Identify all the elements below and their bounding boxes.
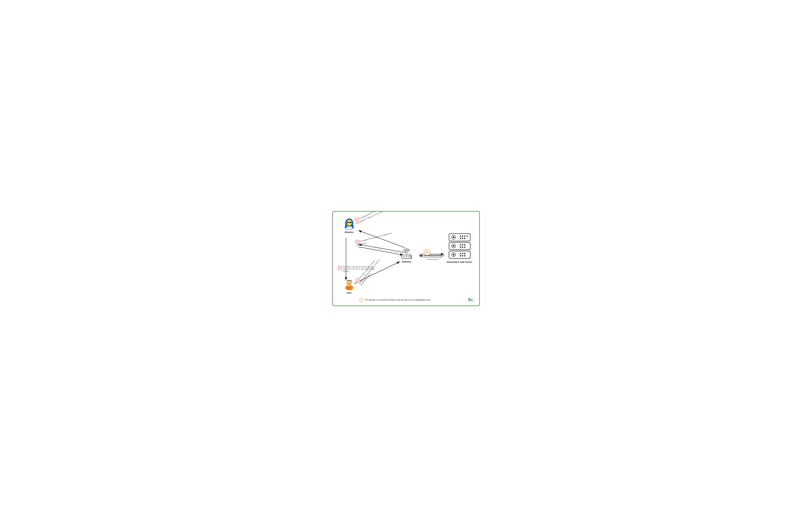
server-icon <box>447 233 472 259</box>
svg-point-17 <box>346 280 352 286</box>
svg-point-44 <box>462 247 463 248</box>
user-figure: User <box>343 279 356 294</box>
server-figure: Destination web Server <box>446 233 473 263</box>
step5-area: 5 The attacker is now placed between use… <box>359 298 431 302</box>
step5-text: The attacker is now placed between user … <box>365 298 431 301</box>
step5-circle: 5 <box>359 298 363 302</box>
svg-point-31 <box>462 235 463 237</box>
svg-point-49 <box>460 253 461 254</box>
svg-rect-11 <box>350 222 351 223</box>
svg-point-29 <box>453 236 455 238</box>
svg-point-54 <box>464 255 465 256</box>
diagram-container: Attacker User <box>332 211 480 306</box>
step3-area: 3 The attacker forward packets to the ga… <box>355 231 393 247</box>
step2-text: User make a request to a site but instea… <box>358 259 380 286</box>
svg-line-3 <box>358 247 403 255</box>
svg-point-20 <box>349 284 350 284</box>
svg-text:ƎG: ƎG <box>468 298 474 302</box>
svg-point-26 <box>410 256 411 258</box>
gateway-label: Gateway <box>397 260 416 263</box>
svg-point-51 <box>464 253 465 254</box>
svg-point-36 <box>466 235 468 237</box>
step1-area: 1 The attacker performs ARP poisoning to… <box>354 211 389 225</box>
svg-rect-10 <box>347 222 349 223</box>
svg-point-53 <box>462 255 463 256</box>
svg-point-43 <box>460 247 461 248</box>
hash-note: The gateway and the web server communica… <box>422 254 443 260</box>
svg-point-41 <box>462 244 463 246</box>
user-icon <box>344 279 355 290</box>
gateway-icon <box>398 246 415 259</box>
step4-circle: 4 <box>338 266 342 270</box>
attacker-label: Attacker <box>341 231 357 233</box>
svg-point-33 <box>460 238 461 239</box>
step3-text: The attacker forward packets to the gate… <box>356 232 392 246</box>
svg-point-48 <box>453 254 455 256</box>
user-label: User <box>343 291 356 294</box>
svg-point-39 <box>453 245 455 247</box>
hash-symbol: # <box>426 251 428 254</box>
gfg-logo-icon: ƎG <box>468 297 476 302</box>
svg-point-52 <box>460 255 461 256</box>
step1-text: The attacker performs ARP poisoning to t… <box>356 211 388 224</box>
svg-rect-15 <box>346 229 353 230</box>
svg-point-32 <box>464 235 465 237</box>
server-label: Destination web Server <box>446 261 473 263</box>
gateway-figure: Gateway <box>397 246 416 263</box>
svg-point-30 <box>460 235 461 237</box>
svg-point-45 <box>464 247 465 248</box>
svg-point-42 <box>464 244 465 246</box>
gfg-logo: ƎG <box>468 297 476 303</box>
svg-point-40 <box>460 244 461 246</box>
svg-rect-14 <box>347 227 352 229</box>
svg-point-50 <box>462 253 463 254</box>
attacker-icon <box>343 217 356 230</box>
svg-point-18 <box>348 283 348 284</box>
svg-point-34 <box>462 238 463 239</box>
svg-point-35 <box>464 238 465 239</box>
svg-point-19 <box>350 283 351 284</box>
